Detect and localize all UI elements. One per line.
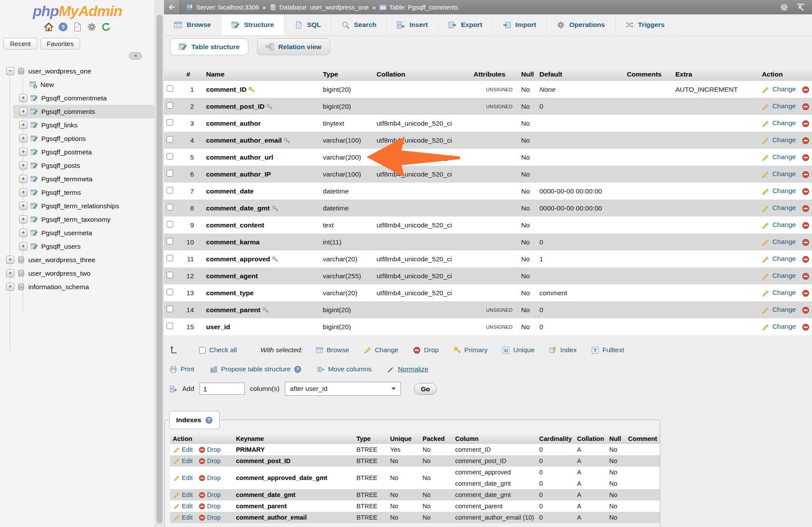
change-link[interactable]: Change	[772, 255, 796, 262]
drop-icon[interactable]	[802, 103, 809, 110]
index-drop-link[interactable]: Drop	[207, 514, 221, 521]
with-selected-change[interactable]: Change	[364, 346, 398, 354]
tab-structure[interactable]: Structure	[221, 14, 284, 35]
sidebar-item-pgsqff-usermeta[interactable]: +Pgsqff_usermeta	[0, 226, 155, 240]
expand-toggle[interactable]: +	[19, 107, 27, 116]
change-link[interactable]: Change	[772, 323, 796, 330]
row-checkbox[interactable]	[167, 187, 173, 193]
change-link[interactable]: Change	[772, 85, 796, 93]
expand-toggle[interactable]: +	[19, 175, 27, 183]
row-checkbox[interactable]	[167, 85, 173, 92]
change-link[interactable]: Change	[772, 306, 796, 313]
tab-browse[interactable]: Browse	[164, 14, 221, 35]
tab-operations[interactable]: Operations	[547, 14, 615, 35]
page-settings-gear-icon[interactable]	[780, 3, 789, 12]
change-link[interactable]: Change	[772, 136, 796, 143]
drop-icon[interactable]	[802, 120, 809, 127]
drop-icon[interactable]	[802, 307, 809, 314]
with-selected-primary[interactable]: Primary	[454, 346, 488, 354]
index-drop-link[interactable]: Drop	[207, 491, 221, 498]
with-selected-index[interactable]: Index	[549, 346, 577, 354]
sidebar-item-pgsqff-postmeta[interactable]: +Pgsqff_postmeta	[0, 145, 155, 159]
sidebar-scrollbar[interactable]	[155, 0, 164, 527]
index-drop-link[interactable]: Drop	[207, 474, 221, 481]
expand-toggle[interactable]: +	[6, 283, 14, 291]
column-position-select[interactable]: after user_id	[285, 382, 401, 396]
breadcrumb-item-server[interactable]: Server: localhost:3306	[186, 3, 259, 11]
with-selected-fulltext[interactable]: TFulltext	[591, 346, 624, 354]
change-link[interactable]: Change	[772, 119, 796, 127]
row-checkbox[interactable]	[167, 204, 173, 210]
sidebar-item-pgsqff-termmeta[interactable]: +Pgsqff_termmeta	[0, 172, 155, 186]
subtab-table-structure[interactable]: Table structure	[170, 38, 248, 55]
row-checkbox[interactable]	[167, 119, 173, 126]
row-checkbox[interactable]	[167, 323, 173, 329]
collapse-toggle[interactable]: −	[6, 67, 14, 75]
change-link[interactable]: Change	[772, 238, 796, 245]
sidebar-item-pgsqff-posts[interactable]: +Pgsqff_posts	[0, 159, 155, 172]
row-checkbox[interactable]	[167, 272, 173, 278]
index-edit-link[interactable]: Edit	[182, 446, 193, 453]
drop-icon[interactable]	[802, 273, 809, 280]
sidebar-item-user-wordpress-three[interactable]: +user_wordpress_three	[0, 253, 155, 267]
recent-button[interactable]: Recent	[3, 38, 37, 50]
collapse-top-icon[interactable]	[796, 3, 805, 12]
drop-icon[interactable]	[802, 171, 809, 178]
expand-toggle[interactable]: +	[19, 148, 27, 156]
index-drop-link[interactable]: Drop	[207, 503, 221, 510]
sidebar-item-user-wordpress-one[interactable]: −user_wordpress_one	[0, 64, 155, 78]
sidebar-item-pgsqff-commentmeta[interactable]: +Pgsqff_commentmeta	[0, 91, 155, 105]
expand-toggle[interactable]: +	[19, 161, 27, 170]
row-checkbox[interactable]	[167, 153, 173, 160]
help-icon[interactable]: ?	[205, 417, 213, 424]
check-all-label[interactable]: Check all	[209, 346, 237, 354]
expand-toggle[interactable]: +	[19, 202, 27, 210]
drop-icon[interactable]	[802, 188, 809, 195]
tab-insert[interactable]: Insert	[387, 14, 438, 35]
drop-icon[interactable]	[802, 205, 809, 212]
breadcrumb-item-table[interactable]: Table: Pgsqff_comments	[379, 3, 458, 11]
row-checkbox[interactable]	[167, 136, 173, 143]
row-checkbox[interactable]	[167, 238, 173, 244]
change-link[interactable]: Change	[772, 204, 796, 211]
help-icon[interactable]: ?	[294, 366, 301, 373]
sidebar-item-information-schema[interactable]: +information_schema	[0, 280, 155, 294]
sidebar-item-user-wordpress-two[interactable]: +user_wordpress_two	[0, 267, 155, 280]
row-checkbox[interactable]	[167, 306, 173, 312]
change-link[interactable]: Change	[772, 153, 796, 160]
sidebar-item-pgsqff-options[interactable]: +Pgsqff_options	[0, 132, 155, 145]
index-drop-link[interactable]: Drop	[207, 457, 221, 464]
drop-icon[interactable]	[802, 137, 809, 144]
index-edit-link[interactable]: Edit	[182, 503, 193, 510]
with-selected-browse[interactable]: Browse	[316, 346, 349, 354]
with-selected-unique[interactable]: UUnique	[502, 346, 535, 354]
change-link[interactable]: Change	[772, 272, 796, 279]
docs-icon[interactable]	[73, 22, 82, 32]
expand-toggle[interactable]: +	[6, 256, 14, 264]
with-selected-drop[interactable]: Drop	[413, 346, 439, 354]
change-link[interactable]: Change	[772, 221, 796, 228]
drop-icon[interactable]	[802, 290, 809, 297]
sidebar-item-pgsqff-term-relationships[interactable]: +Pgsqff_term_relationships	[0, 199, 155, 213]
tool-propose-table-structure[interactable]: Propose table structure?	[210, 365, 301, 373]
sidebar-scrollbar-thumb[interactable]	[157, 15, 163, 524]
subtab-relation-view[interactable]: Relation view	[257, 38, 330, 55]
sidebar-item-pgsqff-term-taxonomy[interactable]: +Pgsqff_term_taxonomy	[0, 213, 155, 226]
expand-toggle[interactable]: +	[19, 134, 27, 143]
sidebar-item-pgsqff-users[interactable]: +Pgsqff_users	[0, 240, 155, 253]
sidebar-item-new[interactable]: New	[0, 78, 155, 91]
drop-icon[interactable]	[802, 239, 809, 246]
index-edit-link[interactable]: Edit	[182, 514, 193, 521]
sidebar-item-pgsqff-terms[interactable]: +Pgsqff_terms	[0, 186, 155, 199]
expand-toggle[interactable]: +	[19, 215, 27, 223]
back-button[interactable]	[164, 0, 180, 14]
index-drop-link[interactable]: Drop	[207, 446, 221, 453]
tool-print[interactable]: Print	[170, 365, 194, 373]
change-link[interactable]: Change	[772, 170, 796, 177]
panel-collapse-handle[interactable]: ◄	[129, 52, 142, 60]
add-column-count-input[interactable]	[200, 383, 245, 395]
drop-icon[interactable]	[802, 256, 809, 263]
change-link[interactable]: Change	[772, 289, 796, 296]
tab-search[interactable]: Search	[331, 14, 387, 35]
change-link[interactable]: Change	[772, 102, 796, 110]
